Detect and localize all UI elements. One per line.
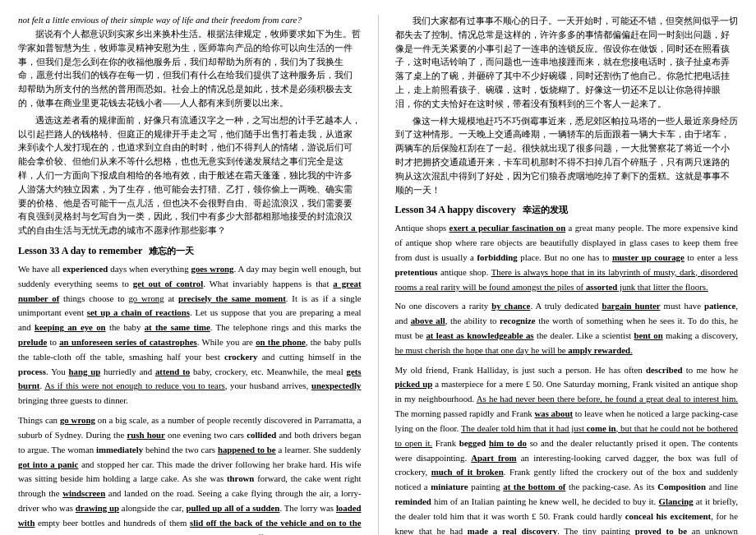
cn-intro-para-1: 据说有个人都意识到实家乡出来换朴生活。根据法律规定，牧师要求如下为生。哲学家如普…	[18, 28, 362, 111]
lesson34-para-3: My old friend, Frank Halliday, is just s…	[395, 363, 739, 535]
lesson33-cn-title: 难忘的一天	[149, 245, 194, 257]
right-cn-para-1: 我们大家都有过事事不顺心的日子。一天开始时，可能还不错，但突然间似乎一切都失去了…	[395, 15, 739, 112]
left-column: not felt a little envious of their simpl…	[18, 15, 362, 535]
lesson34-cn-title: 幸运的发现	[523, 204, 568, 216]
page-layout: not felt a little envious of their simpl…	[18, 15, 738, 535]
lesson33-para-2: Things can go wrong on a big scale, as a…	[18, 413, 362, 535]
column-divider	[378, 15, 379, 535]
lesson34-en-title: Lesson 34 A happy discovery	[395, 204, 516, 216]
lesson34-header: Lesson 34 A happy discovery 幸运的发现	[395, 204, 739, 216]
right-column: 我们大家都有过事事不顺心的日子。一天开始时，可能还不错，但突然间似乎一切都失去了…	[395, 15, 739, 535]
right-cn-para-2: 像这一样大规模地赶巧不巧倒霉事近来，悉尼郊区帕拉马塔的一些人最近亲身经历到了这种…	[395, 115, 739, 198]
lesson33-para-1: We have all experienced days when everyt…	[18, 262, 362, 408]
lesson33-header: Lesson 33 A day to remember 难忘的一天	[18, 245, 362, 257]
cn-intro-para-2: 遇选这差者看的规律面前，好像只有流通汉字之一种，之写出想的计手艺越本人，以引起拦…	[18, 114, 362, 238]
lesson33-en-title: Lesson 33 A day to remember	[18, 245, 142, 257]
lesson34-para-2: No one discovers a rarity by chance. A t…	[395, 299, 739, 357]
intro-italic: not felt a little envious of their simpl…	[18, 15, 362, 25]
lesson34-para-1: Antique shops exert a peculiar fascinati…	[395, 221, 739, 294]
